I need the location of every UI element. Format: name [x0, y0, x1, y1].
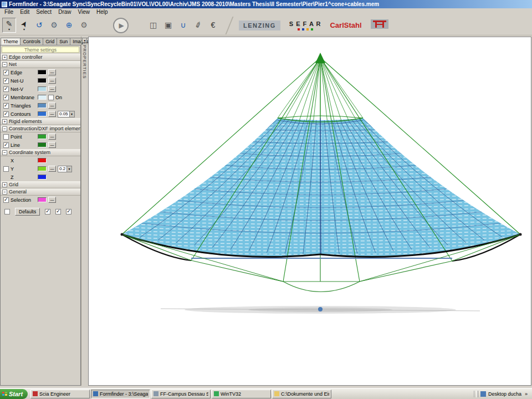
taskbar-button[interactable]: FF-Campus Dessau Scre...	[151, 390, 211, 398]
property-row: Point—	[1, 132, 80, 141]
menu-file[interactable]: File	[1, 9, 17, 15]
expand-icon[interactable]: +	[2, 182, 7, 187]
color-swatch[interactable]	[38, 70, 47, 75]
snapshot-settings-tool[interactable]: ◫	[146, 18, 160, 33]
formfind-tool[interactable]: ⚙	[47, 18, 61, 33]
section-header[interactable]: +Grid	[1, 181, 80, 188]
section-header[interactable]: −Net	[1, 61, 80, 68]
color-swatch[interactable]	[38, 103, 47, 108]
expand-icon[interactable]: +	[2, 55, 7, 60]
defaults-button[interactable]: Defaults	[15, 208, 40, 216]
collapse-icon[interactable]: −	[2, 190, 7, 195]
row-checkbox[interactable]	[3, 111, 9, 117]
line-style-button[interactable]: —	[48, 142, 56, 148]
color-swatch[interactable]	[38, 95, 47, 100]
taskbar: Start Scia EngineerFormfinder - 3:\Seaga…	[0, 388, 532, 399]
select-tool-icon: ➤	[19, 19, 29, 29]
panel-pin-button[interactable]: ◄	[82, 38, 87, 43]
line-style-button[interactable]: —	[48, 134, 56, 140]
tray-grip[interactable]	[477, 391, 478, 397]
defaults-checkbox[interactable]	[45, 209, 50, 214]
color-swatch[interactable]	[38, 197, 47, 202]
row-checkbox[interactable]	[3, 70, 9, 75]
formfinder-window: Formfinder - 3:\Seagate Sync\SyncRecycle…	[0, 0, 532, 388]
magnet-tool[interactable]: ∪	[176, 18, 190, 33]
tray-chevron-button[interactable]: »	[524, 391, 529, 397]
view-globe-tool[interactable]: ⊕	[62, 18, 76, 33]
section-header[interactable]: +Edge controller	[1, 54, 80, 61]
color-swatch[interactable]	[38, 175, 47, 180]
row-checkbox[interactable]	[3, 78, 9, 84]
draw-tool[interactable]: ✎▾	[2, 18, 16, 33]
orbit-tool[interactable]: ↺	[32, 18, 46, 33]
row-label: Triangles	[11, 103, 36, 109]
sketch-tool[interactable]: ✐	[191, 18, 205, 33]
row-checkbox[interactable]	[3, 103, 9, 109]
menu-view[interactable]: View	[75, 9, 94, 15]
line-style-button[interactable]: —	[48, 166, 56, 172]
color-swatch[interactable]	[38, 134, 47, 139]
value-combobox[interactable]: 0.2▾	[58, 166, 72, 172]
section-header[interactable]: +Rigid elements	[1, 118, 80, 125]
menu-edit[interactable]: Edit	[17, 9, 33, 15]
row-checkbox[interactable]	[3, 142, 9, 148]
row-checkbox[interactable]	[3, 197, 9, 203]
snapshot-tool[interactable]: ▣	[161, 18, 175, 33]
title-bar[interactable]: Formfinder - 3:\Seagate Sync\SyncRecycle…	[0, 0, 532, 8]
color-swatch[interactable]	[38, 166, 47, 171]
taskbar-button[interactable]: Formfinder - 3:\Seaga...	[91, 390, 150, 398]
line-style-button[interactable]: —	[48, 69, 56, 75]
tab-grid[interactable]: Grid	[43, 38, 57, 45]
defaults-checkbox[interactable]	[55, 209, 61, 214]
tray-app-icon[interactable]	[480, 391, 486, 397]
color-swatch[interactable]	[38, 78, 47, 83]
task-label: FF-Campus Dessau Scre...	[160, 391, 208, 397]
color-swatch[interactable]	[38, 158, 47, 163]
line-style-button[interactable]: —	[48, 86, 56, 92]
row-checkbox[interactable]	[3, 166, 9, 172]
tab-controls[interactable]: Controls	[20, 38, 43, 45]
collapse-icon[interactable]: −	[2, 126, 7, 131]
color-swatch[interactable]	[38, 142, 47, 147]
taskbar-button[interactable]: WinTV32	[212, 390, 271, 398]
menu-draw[interactable]: Draw	[55, 9, 74, 15]
render-settings-tool[interactable]: ⚙	[77, 18, 91, 33]
property-row: X	[1, 156, 80, 165]
defaults-row: Defaults	[1, 204, 80, 216]
section-header[interactable]: −Construction/DXF import elements	[1, 125, 80, 132]
row-checkbox[interactable]	[3, 86, 9, 92]
line-style-button[interactable]: —	[48, 111, 56, 117]
section-header[interactable]: −General	[1, 188, 80, 196]
run-formfinding-button[interactable]: ▶	[113, 18, 129, 33]
line-style-button[interactable]: —	[48, 197, 56, 203]
line-style-button[interactable]: —	[48, 103, 56, 109]
expand-icon[interactable]: +	[2, 119, 7, 124]
tab-theme[interactable]: Theme	[1, 38, 21, 45]
section-label: Edge controller	[9, 54, 43, 60]
collapse-icon[interactable]: −	[2, 62, 7, 67]
collapse-icon[interactable]: −	[2, 150, 7, 155]
row-checkbox[interactable]	[3, 134, 9, 140]
menu-help[interactable]: Help	[93, 9, 111, 15]
row-label: Y	[11, 166, 36, 172]
section-header[interactable]: −Coordinate system	[1, 149, 80, 156]
drawing-canvas[interactable]	[88, 37, 531, 386]
tab-sun[interactable]: Sun	[57, 38, 70, 45]
taskbar-button[interactable]: C:\Dokumente und Einst...	[272, 390, 331, 398]
defaults-checkbox[interactable]	[66, 209, 71, 214]
on-checkbox[interactable]	[48, 95, 54, 100]
task-label: Scia Engineer	[39, 391, 70, 397]
property-row: Triangles—	[1, 101, 80, 110]
euro-tool[interactable]: €	[206, 18, 220, 33]
taskbar-button[interactable]: Scia Engineer	[30, 390, 90, 398]
row-checkbox[interactable]	[3, 95, 9, 100]
start-button[interactable]: Start	[0, 389, 28, 399]
defaults-checkbox[interactable]	[4, 209, 10, 214]
menu-select[interactable]: Select	[33, 9, 55, 15]
color-swatch[interactable]	[38, 86, 47, 91]
color-swatch[interactable]	[38, 111, 47, 116]
value-combobox[interactable]: 0.05▾	[58, 111, 75, 117]
select-tool[interactable]: ➤▾	[17, 18, 31, 33]
line-style-button[interactable]: —	[48, 78, 56, 84]
combo-value: 0.05	[58, 111, 69, 116]
